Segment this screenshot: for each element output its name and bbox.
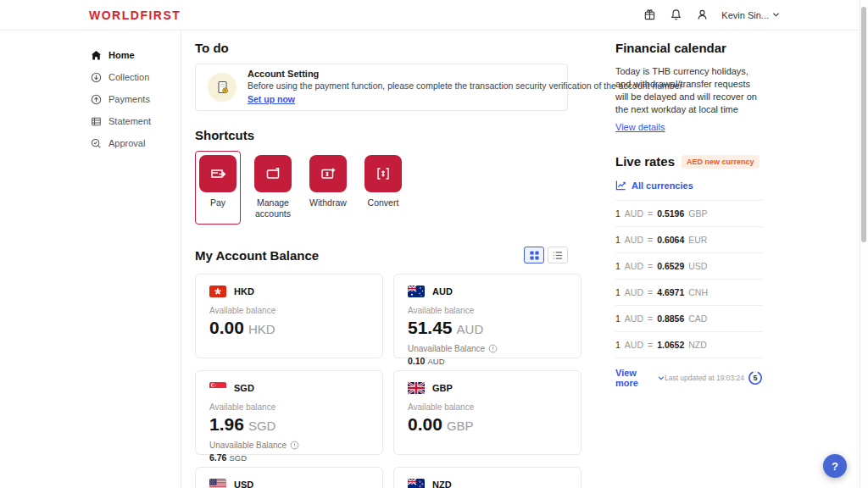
currency-code: HKD [234,286,254,297]
info-icon[interactable] [488,344,498,353]
unavailable-label: Unavailable Balance [408,344,485,353]
unavailable-row: Unavailable Balance [408,344,567,353]
info-icon[interactable] [290,441,299,450]
rate-base: 1 [615,287,620,297]
unavailable-row: Unavailable Balance [209,441,369,450]
sidebar-item-statement[interactable]: Statement [90,110,181,132]
sidebar-item-payments[interactable]: Payments [90,88,181,110]
sidebar-item-label: Collection [108,72,149,82]
payments-icon [90,93,102,105]
sidebar-item-home[interactable]: Home [90,44,181,66]
chevron-down-icon [772,12,780,18]
aed-new-currency-badge: AED new currency [682,155,760,169]
shortcut-manage-accounts[interactable]: Manage accounts [250,151,296,225]
balance-card-aud[interactable]: AUD Available balance 51.45AUD Unavailab… [393,274,581,358]
main-content: To do Account Setting Before using the p… [181,30,568,488]
available-label: Available balance [209,306,369,315]
view-toggle [524,247,568,263]
available-label: Available balance [408,306,567,315]
user-menu[interactable]: Kevin Sin... [721,10,780,20]
user-icon[interactable] [695,8,709,22]
rate-row-cad[interactable]: 1 AUD = 0.8856 CAD [615,306,763,332]
manage-accounts-icon [254,155,292,192]
rate-currency: CAD [688,313,707,324]
list-icon [553,251,563,260]
currency-code: SGD [234,383,254,393]
rate-base-currency: AUD [625,287,643,297]
card-head: GBP [408,382,567,394]
amount-unit: AUD [457,322,484,336]
financial-calendar-text: Today is THB currency holidays, and with… [615,65,763,116]
rate-value: 1.0652 [657,340,684,350]
rate-value: 4.6971 [657,287,684,297]
sidebar-item-collection[interactable]: Collection [90,66,181,88]
set-up-now-link[interactable]: Set up now [248,94,295,104]
balance-header: My Account Balance [195,247,568,263]
balance-card-hkd[interactable]: HKD Available balance 0.00HKD [195,274,383,358]
rate-row-cnh[interactable]: 1 AUD = 4.6971 CNH [615,280,763,306]
rate-row-usd[interactable]: 1 AUD = 0.6529 USD [615,253,763,280]
shortcuts-section: Shortcuts Pay [195,128,568,225]
rate-value: 0.6529 [657,261,684,271]
all-currencies-link[interactable]: All currencies [615,180,763,191]
help-button[interactable]: ? [823,454,847,478]
balance-card-nzd[interactable]: NZD Available balance [393,467,581,488]
unavailable-amount: 6.76 [209,452,226,463]
view-details-link[interactable]: View details [615,122,665,132]
rate-base-currency: AUD [625,340,643,350]
all-currencies-label: All currencies [632,180,693,191]
gift-icon[interactable] [643,8,656,22]
shortcut-pay[interactable]: Pay [195,151,241,225]
balance-title: My Account Balance [195,248,319,263]
amount-unit: HKD [248,322,275,336]
page-scrollbar-track[interactable] [860,0,868,488]
approval-icon [90,137,102,149]
unavailable-amount: 0.10 [408,356,425,366]
rate-base-currency: AUD [625,313,643,324]
rate-base-currency: AUD [625,261,643,271]
rate-base: 1 [615,340,620,350]
grid-view-button[interactable] [524,247,544,263]
chevron-down-icon [658,375,665,381]
amount-row: 0.00GBP [408,414,567,435]
rate-value: 0.6064 [657,235,684,245]
rate-row-nzd[interactable]: 1 AUD = 1.0652 NZD [615,332,763,358]
withdraw-icon [309,155,347,192]
rate-currency: USD [688,261,707,271]
todo-card: Account Setting Before using the payment… [195,64,568,111]
grid-icon [530,251,539,260]
currency-code: USD [234,480,253,488]
bell-icon[interactable] [669,8,682,22]
last-updated-text: Last updated at 19:03:24 [665,374,744,382]
shortcut-convert[interactable]: Convert [360,151,406,225]
user-name: Kevin Sin... [721,10,769,20]
view-more-link[interactable]: View more [615,368,665,388]
flag-nzd-icon [408,479,425,488]
card-head: USD [209,479,369,488]
sidebar-item-label: Statement [108,116,151,126]
sidebar-item-label: Approval [108,138,145,148]
available-amount: 51.45 [408,318,453,337]
balance-card-gbp[interactable]: GBP Available balance 0.00GBP [393,370,581,455]
worldfirst-logo: WORLDFIRST [89,8,181,22]
page-scrollbar-thumb[interactable] [861,7,866,242]
sidebar-item-approval[interactable]: Approval [90,132,181,154]
collection-icon [90,71,102,83]
flag-sgd-icon [209,382,226,394]
list-view-button[interactable] [548,247,568,263]
unavailable-value-row: 6.76SGD [209,452,369,463]
rate-value: 0.8856 [657,313,684,324]
rate-base-currency: AUD [625,235,643,245]
balance-card-sgd[interactable]: SGD Available balance 1.96SGD Unavailabl… [195,370,383,455]
rate-base: 1 [615,235,620,245]
shortcut-label: Pay [196,197,240,208]
shortcut-withdraw[interactable]: Withdraw [305,151,351,225]
rate-row-eur[interactable]: 1 AUD = 0.6064 EUR [615,227,763,253]
unavailable-label: Unavailable Balance [209,441,287,450]
balance-card-usd[interactable]: USD Available balance [195,467,383,488]
amount-row: 51.45AUD [408,318,567,338]
rate-row-gbp[interactable]: 1 AUD = 0.5196 GBP [615,201,763,227]
convert-icon [364,155,402,192]
card-head: SGD [209,382,369,394]
shortcuts-title: Shortcuts [195,128,568,142]
